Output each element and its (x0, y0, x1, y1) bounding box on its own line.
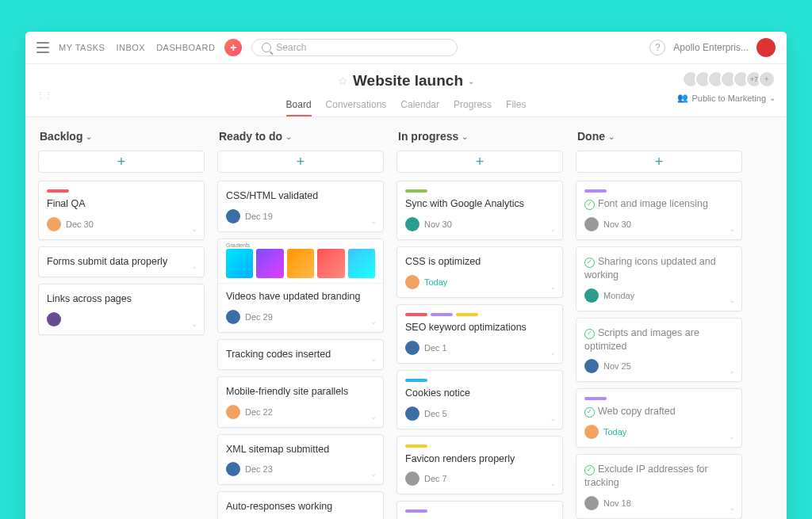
assignee-avatar[interactable] (584, 217, 599, 231)
chevron-down-icon: ⌄ (462, 132, 468, 141)
column-title[interactable]: Backlog⌄ (38, 130, 205, 143)
card[interactable]: Cookies noticeDec 5⌄ (396, 370, 563, 429)
global-add-button[interactable]: + (224, 39, 242, 56)
tab-progress[interactable]: Progress (454, 94, 492, 116)
add-card-button[interactable]: + (217, 151, 384, 173)
assignee-avatar[interactable] (47, 217, 61, 231)
card-menu-icon[interactable]: ⌄ (729, 366, 735, 375)
assignee-avatar[interactable] (405, 471, 419, 486)
assignee-avatar[interactable] (584, 359, 599, 373)
card-menu-icon[interactable]: ⌄ (729, 432, 735, 441)
favorite-star-icon[interactable]: ☆ (338, 74, 348, 87)
assignee-avatar[interactable] (47, 312, 61, 326)
card-menu-icon[interactable]: ⌄ (550, 414, 556, 422)
card[interactable]: ✓Exclude IP addresses for trackingNov 18… (576, 454, 742, 519)
card-menu-icon[interactable]: ⌄ (729, 296, 735, 304)
assignee-avatar[interactable] (226, 462, 240, 476)
project-title[interactable]: Website launch (353, 72, 463, 90)
card-menu-icon[interactable]: ⌄ (370, 469, 377, 478)
assignee-avatar[interactable] (405, 275, 419, 289)
card[interactable]: Mobile-friendly site parallelsDec 22⌄ (217, 376, 384, 428)
card-title: Final QA (47, 197, 196, 211)
card-menu-icon[interactable]: ⌄ (191, 261, 197, 270)
tab-files[interactable]: Files (506, 94, 526, 116)
search-placeholder: Search (276, 42, 306, 53)
add-card-button[interactable]: + (576, 151, 742, 173)
card[interactable]: XML sitemap submittedDec 23⌄ (217, 434, 384, 486)
card-title: SEO keyword optimizations (405, 321, 554, 334)
project-header: ⋮⋮ ☆ Website launch ⌄ Board Conversation… (25, 64, 787, 117)
assignee-avatar[interactable] (584, 496, 599, 510)
card-menu-icon[interactable]: ⌄ (370, 317, 377, 326)
add-card-button[interactable]: + (38, 151, 205, 173)
assignee-avatar[interactable] (584, 288, 599, 303)
card[interactable]: ✓Font and image licensingNov 30⌄ (576, 181, 742, 240)
search-input[interactable]: Search (251, 39, 458, 56)
card-menu-icon[interactable]: ⌄ (370, 216, 377, 225)
check-done-icon: ✓ (584, 258, 595, 268)
card[interactable]: Links across pages⌄ (38, 284, 205, 335)
column: Backlog⌄+Final QADec 30⌄Forms submit dat… (38, 130, 205, 342)
add-card-button[interactable]: + (396, 151, 563, 173)
card[interactable]: ✓Sharing icons updated and workingMonday… (576, 246, 742, 311)
card-tags (405, 379, 554, 382)
card[interactable]: Sync with Google AnalyticsNov 30⌄ (396, 181, 563, 240)
card[interactable]: Gradients Videos have updated brandingDe… (217, 239, 384, 333)
nav-links: MY TASKS INBOX DASHBOARD (59, 43, 215, 52)
card-menu-icon[interactable]: ⌄ (370, 354, 377, 363)
assignee-avatar[interactable] (405, 341, 419, 355)
card[interactable]: Favicon renders properlyDec 7⌄ (396, 436, 563, 495)
user-avatar[interactable] (756, 38, 776, 57)
search-icon (262, 43, 271, 52)
card-menu-icon[interactable]: ⌄ (191, 319, 197, 328)
card-menu-icon[interactable]: ⌄ (550, 224, 556, 233)
card[interactable]: CSS/HTML validatedDec 19⌄ (217, 181, 384, 232)
column-title[interactable]: Ready to do⌄ (217, 130, 384, 143)
column-title[interactable]: In progress⌄ (396, 130, 563, 143)
assignee-avatar[interactable] (226, 310, 240, 324)
assignee-avatar[interactable] (226, 209, 240, 223)
assignee-avatar[interactable] (226, 405, 240, 419)
check-done-icon: ✓ (584, 465, 595, 475)
card-menu-icon[interactable]: ⌄ (370, 412, 377, 421)
tag-red (405, 313, 427, 316)
card[interactable]: Auto-responses workingDec 28⌄ (217, 491, 384, 519)
card[interactable]: ✓Scripts and images are optimizedNov 25⌄ (576, 318, 742, 383)
card-menu-icon[interactable]: ⌄ (550, 348, 556, 357)
card-meta: Dec 29 (226, 310, 375, 324)
nav-my-tasks[interactable]: MY TASKS (59, 43, 105, 52)
assignee-avatar[interactable] (584, 425, 599, 439)
card[interactable]: Forms submit data properly⌄ (38, 246, 205, 277)
card[interactable]: SEO keyword optimizationsDec 1⌄ (396, 304, 563, 364)
help-button[interactable]: ? (649, 40, 665, 55)
add-member-button[interactable]: + (758, 71, 776, 88)
sidebar-handle-icon[interactable]: ⋮⋮ (36, 90, 52, 99)
assignee-avatar[interactable] (405, 217, 419, 231)
menu-icon[interactable] (36, 42, 49, 53)
check-done-icon: ✓ (584, 200, 595, 210)
project-menu-chevron-icon[interactable]: ⌄ (468, 77, 474, 86)
tab-calendar[interactable]: Calendar (400, 94, 439, 116)
card-menu-icon[interactable]: ⌄ (550, 282, 556, 291)
card-tags (405, 313, 554, 316)
card[interactable]: Tracking codes inserted⌄ (217, 339, 384, 370)
card[interactable]: Web copy reviewedDec 9⌄ (396, 501, 563, 519)
card[interactable]: CSS is optimizedToday⌄ (396, 246, 563, 298)
column-title[interactable]: Done⌄ (576, 130, 742, 143)
workspace-name[interactable]: Apollo Enterpris... (673, 42, 749, 53)
card-meta: Dec 23 (226, 462, 375, 476)
card-date: Nov 30 (424, 219, 452, 229)
card-menu-icon[interactable]: ⌄ (191, 224, 197, 233)
card-menu-icon[interactable]: ⌄ (729, 224, 735, 233)
tab-conversations[interactable]: Conversations (326, 94, 387, 116)
card[interactable]: Final QADec 30⌄ (38, 181, 205, 240)
card-menu-icon[interactable]: ⌄ (550, 479, 556, 487)
tab-board[interactable]: Board (286, 94, 312, 116)
card-menu-icon[interactable]: ⌄ (729, 503, 735, 512)
privacy-selector[interactable]: 👥 Public to Marketing ⌄ (677, 93, 776, 103)
card[interactable]: ✓Web copy draftedToday⌄ (576, 388, 742, 448)
nav-dashboard[interactable]: DASHBOARD (156, 43, 215, 52)
assignee-avatar[interactable] (405, 406, 419, 421)
nav-inbox[interactable]: INBOX (116, 43, 145, 52)
card-meta: Dec 22 (226, 405, 375, 419)
